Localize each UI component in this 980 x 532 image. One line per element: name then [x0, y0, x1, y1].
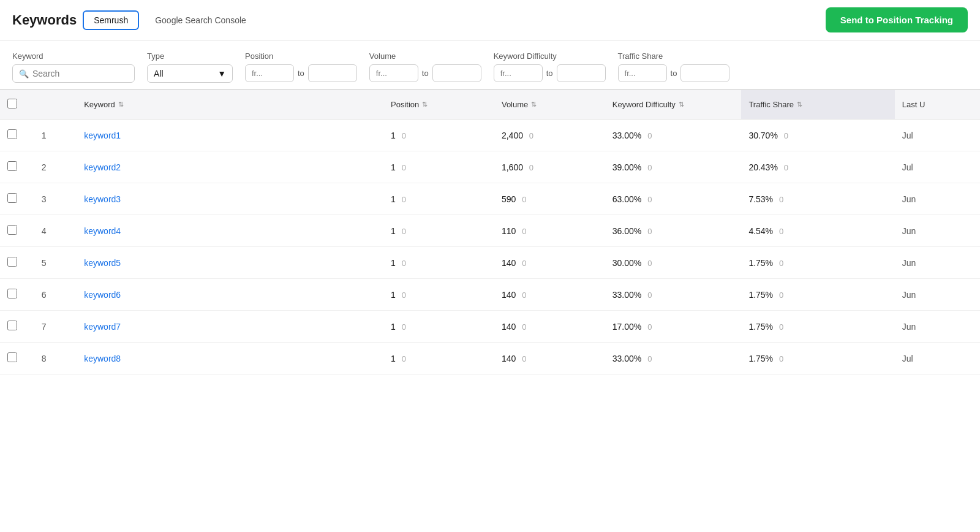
row-keyword[interactable]: keyword5: [77, 247, 383, 279]
row-keyword[interactable]: keyword8: [77, 343, 383, 374]
row-traffic: 4.54% 0: [741, 215, 894, 247]
row-traffic: 7.53% 0: [741, 183, 894, 215]
row-kd: 30.00% 0: [605, 247, 742, 279]
row-kd: 39.00% 0: [605, 151, 742, 183]
volume-filter-label: Volume: [369, 51, 481, 61]
keyword-sort-icon: ⇅: [118, 101, 124, 108]
row-checkbox[interactable]: [7, 161, 17, 171]
row-last-updated: Jun: [895, 311, 980, 343]
row-checkbox[interactable]: [7, 289, 17, 298]
th-position[interactable]: Position ⇅: [383, 90, 494, 120]
type-select[interactable]: All Organic Paid: [154, 69, 213, 78]
kd-from-input[interactable]: [494, 64, 543, 82]
row-checkbox[interactable]: [7, 352, 17, 362]
row-number: 4: [34, 215, 77, 247]
keyword-filter-label: Keyword: [12, 51, 135, 61]
th-volume[interactable]: Volume ⇅: [494, 90, 605, 120]
kd-sort-icon: ⇅: [679, 101, 684, 108]
row-number: 6: [34, 279, 77, 311]
row-keyword[interactable]: keyword1: [77, 120, 383, 151]
kd-filter-label: Keyword Difficulty: [494, 51, 606, 61]
th-keyword[interactable]: Keyword ⇅: [77, 90, 383, 120]
row-number: 7: [34, 311, 77, 343]
traffic-to-input[interactable]: [680, 64, 729, 82]
row-checkbox[interactable]: [7, 193, 17, 203]
table-row: 7 keyword7 1 0 140 0 17.00% 0 1.75% 0 Ju…: [0, 311, 980, 343]
type-filter-group: Type All Organic Paid ▼: [147, 51, 233, 83]
row-kd: 33.00% 0: [605, 279, 742, 311]
row-number: 8: [34, 343, 77, 374]
table-row: 2 keyword2 1 0 1,600 0 39.00% 0 20.43% 0…: [0, 151, 980, 183]
row-volume: 140 0: [494, 247, 605, 279]
tab-semrush[interactable]: Semrush: [83, 10, 139, 30]
row-checkbox-cell[interactable]: [0, 183, 34, 215]
position-sort-icon: ⇅: [422, 101, 428, 108]
send-to-position-tracking-button[interactable]: Send to Position Tracking: [826, 7, 968, 32]
position-to-input[interactable]: [308, 64, 357, 82]
keyword-link[interactable]: keyword7: [84, 322, 121, 332]
row-volume: 110 0: [494, 215, 605, 247]
type-select-wrapper: All Organic Paid ▼: [147, 64, 233, 83]
row-checkbox[interactable]: [7, 129, 17, 139]
table-row: 4 keyword4 1 0 110 0 36.00% 0 4.54% 0 Ju…: [0, 215, 980, 247]
keyword-link[interactable]: keyword8: [84, 354, 121, 363]
row-keyword[interactable]: keyword4: [77, 215, 383, 247]
keyword-link[interactable]: keyword5: [84, 258, 121, 268]
position-from-input[interactable]: [245, 64, 294, 82]
th-select-all[interactable]: [0, 90, 34, 120]
row-checkbox[interactable]: [7, 225, 17, 235]
row-keyword[interactable]: keyword2: [77, 151, 383, 183]
keyword-link[interactable]: keyword2: [84, 162, 121, 172]
keyword-link[interactable]: keyword1: [84, 131, 121, 140]
volume-to-label: to: [421, 69, 430, 78]
volume-range-row: to: [369, 64, 481, 82]
row-checkbox[interactable]: [7, 321, 17, 330]
row-kd: 36.00% 0: [605, 215, 742, 247]
row-position: 1 0: [383, 311, 494, 343]
row-last-updated: Jul: [895, 120, 980, 151]
volume-filter-group: Volume to: [369, 51, 481, 82]
traffic-sort-icon: ⇅: [797, 101, 802, 108]
row-position: 1 0: [383, 279, 494, 311]
row-keyword[interactable]: keyword6: [77, 279, 383, 311]
row-volume: 140 0: [494, 311, 605, 343]
row-checkbox-cell[interactable]: [0, 343, 34, 374]
row-checkbox[interactable]: [7, 257, 17, 267]
traffic-from-input[interactable]: [618, 64, 667, 82]
th-traffic[interactable]: Traffic Share ⇅: [741, 90, 894, 120]
row-position: 1 0: [383, 183, 494, 215]
volume-from-input[interactable]: [369, 64, 418, 82]
type-filter-label: Type: [147, 51, 233, 61]
keyword-link[interactable]: keyword6: [84, 290, 121, 300]
row-checkbox-cell[interactable]: [0, 247, 34, 279]
select-all-checkbox[interactable]: [7, 99, 17, 108]
tab-gsc[interactable]: Google Search Console: [145, 12, 256, 29]
table-row: 6 keyword6 1 0 140 0 33.00% 0 1.75% 0 Ju…: [0, 279, 980, 311]
th-kd[interactable]: Keyword Difficulty ⇅: [605, 90, 742, 120]
row-traffic: 1.75% 0: [741, 311, 894, 343]
row-checkbox-cell[interactable]: [0, 311, 34, 343]
page-title: Keywords: [12, 12, 77, 28]
row-volume: 590 0: [494, 183, 605, 215]
row-traffic: 20.43% 0: [741, 151, 894, 183]
traffic-range-row: to: [618, 64, 730, 82]
row-kd: 33.00% 0: [605, 343, 742, 374]
row-keyword[interactable]: keyword7: [77, 311, 383, 343]
table-row: 5 keyword5 1 0 140 0 30.00% 0 1.75% 0 Ju…: [0, 247, 980, 279]
th-last[interactable]: Last U: [895, 90, 980, 120]
kd-to-input[interactable]: [557, 64, 606, 82]
keywords-table: Keyword ⇅ Position ⇅ Volume ⇅: [0, 89, 980, 374]
row-checkbox-cell[interactable]: [0, 151, 34, 183]
traffic-filter-group: Traffic Share to: [618, 51, 730, 82]
keyword-link[interactable]: keyword3: [84, 194, 121, 204]
keyword-link[interactable]: keyword4: [84, 226, 121, 236]
volume-to-input[interactable]: [432, 64, 481, 82]
row-last-updated: Jun: [895, 247, 980, 279]
row-checkbox-cell[interactable]: [0, 215, 34, 247]
row-volume: 140 0: [494, 279, 605, 311]
row-keyword[interactable]: keyword3: [77, 183, 383, 215]
row-checkbox-cell[interactable]: [0, 279, 34, 311]
keyword-search-input[interactable]: [32, 69, 128, 78]
kd-to-label: to: [545, 69, 554, 78]
row-checkbox-cell[interactable]: [0, 120, 34, 151]
